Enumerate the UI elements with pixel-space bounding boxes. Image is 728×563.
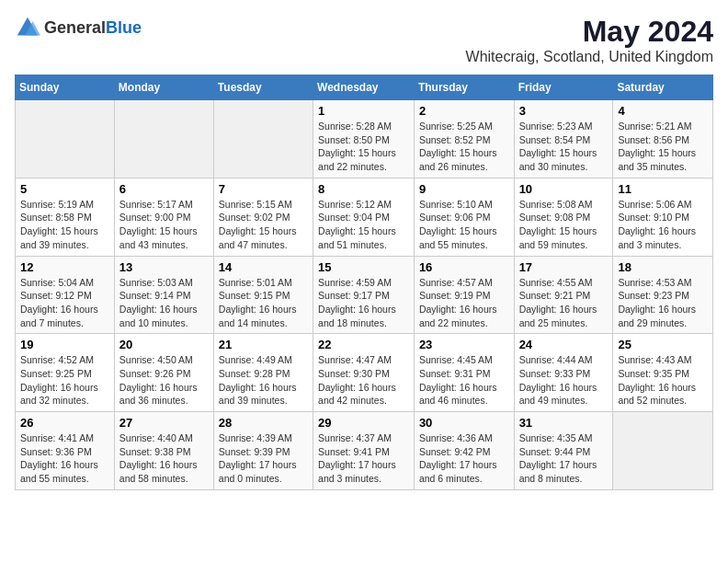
day-info: Sunrise: 4:45 AM Sunset: 9:31 PM Dayligh… <box>419 353 509 408</box>
day-info: Sunrise: 5:25 AM Sunset: 8:52 PM Dayligh… <box>419 120 509 174</box>
day-number: 23 <box>419 338 509 351</box>
day-info: Sunrise: 4:43 AM Sunset: 9:35 PM Dayligh… <box>618 353 708 408</box>
day-number: 30 <box>419 416 509 430</box>
calendar-day-cell: 26Sunrise: 4:41 AM Sunset: 9:36 PM Dayli… <box>16 412 115 490</box>
calendar-week-row: 5Sunrise: 5:19 AM Sunset: 8:58 PM Daylig… <box>16 178 713 256</box>
calendar-week-row: 19Sunrise: 4:52 AM Sunset: 9:25 PM Dayli… <box>16 334 713 412</box>
calendar-day-cell: 21Sunrise: 4:49 AM Sunset: 9:28 PM Dayli… <box>213 334 313 412</box>
day-number: 18 <box>618 260 708 274</box>
day-info: Sunrise: 4:35 AM Sunset: 9:44 PM Dayligh… <box>519 431 609 486</box>
calendar-day-cell: 8Sunrise: 5:12 AM Sunset: 9:04 PM Daylig… <box>313 178 415 256</box>
day-number: 24 <box>519 338 609 351</box>
month-title: May 2024 <box>466 15 713 49</box>
day-number: 6 <box>119 182 209 196</box>
day-info: Sunrise: 4:50 AM Sunset: 9:26 PM Dayligh… <box>119 353 209 408</box>
calendar-day-cell: 7Sunrise: 5:15 AM Sunset: 9:02 PM Daylig… <box>213 178 313 256</box>
day-number: 21 <box>219 338 308 351</box>
weekday-header-cell: Monday <box>114 75 213 100</box>
day-info: Sunrise: 4:37 AM Sunset: 9:41 PM Dayligh… <box>318 431 409 486</box>
day-info: Sunrise: 4:47 AM Sunset: 9:30 PM Dayligh… <box>318 353 409 408</box>
calendar-day-cell: 31Sunrise: 4:35 AM Sunset: 9:44 PM Dayli… <box>514 412 613 490</box>
calendar-day-cell: 13Sunrise: 5:03 AM Sunset: 9:14 PM Dayli… <box>114 256 213 334</box>
logo-text: GeneralBlue <box>44 18 142 38</box>
calendar-day-cell: 15Sunrise: 4:59 AM Sunset: 9:17 PM Dayli… <box>313 256 415 334</box>
day-info: Sunrise: 4:41 AM Sunset: 9:36 PM Dayligh… <box>20 431 109 486</box>
day-number: 9 <box>419 182 509 196</box>
day-number: 29 <box>318 416 409 430</box>
calendar-day-cell: 1Sunrise: 5:28 AM Sunset: 8:50 PM Daylig… <box>313 100 415 178</box>
day-number: 22 <box>318 338 409 351</box>
day-number: 8 <box>318 182 409 196</box>
calendar-day-cell <box>16 100 115 178</box>
calendar-day-cell: 14Sunrise: 5:01 AM Sunset: 9:15 PM Dayli… <box>213 256 313 334</box>
calendar-week-row: 1Sunrise: 5:28 AM Sunset: 8:50 PM Daylig… <box>16 100 713 178</box>
calendar-day-cell: 30Sunrise: 4:36 AM Sunset: 9:42 PM Dayli… <box>414 412 514 490</box>
day-info: Sunrise: 5:28 AM Sunset: 8:50 PM Dayligh… <box>318 120 409 174</box>
day-number: 15 <box>318 260 409 274</box>
day-number: 27 <box>119 416 209 430</box>
calendar-day-cell: 16Sunrise: 4:57 AM Sunset: 9:19 PM Dayli… <box>414 256 514 334</box>
calendar-day-cell <box>613 412 713 490</box>
day-number: 7 <box>219 182 308 196</box>
day-number: 10 <box>519 182 609 196</box>
calendar-day-cell: 6Sunrise: 5:17 AM Sunset: 9:00 PM Daylig… <box>114 178 213 256</box>
day-info: Sunrise: 4:39 AM Sunset: 9:39 PM Dayligh… <box>219 431 308 486</box>
calendar-week-row: 12Sunrise: 5:04 AM Sunset: 9:12 PM Dayli… <box>16 256 713 334</box>
day-number: 31 <box>519 416 609 430</box>
day-info: Sunrise: 4:36 AM Sunset: 9:42 PM Dayligh… <box>419 431 509 486</box>
calendar-table: SundayMondayTuesdayWednesdayThursdayFrid… <box>15 75 713 490</box>
calendar-day-cell: 2Sunrise: 5:25 AM Sunset: 8:52 PM Daylig… <box>414 100 514 178</box>
day-info: Sunrise: 4:49 AM Sunset: 9:28 PM Dayligh… <box>219 353 308 408</box>
day-number: 11 <box>618 182 708 196</box>
day-number: 1 <box>318 104 409 118</box>
calendar-day-cell <box>213 100 313 178</box>
day-info: Sunrise: 4:52 AM Sunset: 9:25 PM Dayligh… <box>20 353 109 408</box>
day-info: Sunrise: 4:57 AM Sunset: 9:19 PM Dayligh… <box>419 276 509 330</box>
calendar-day-cell: 25Sunrise: 4:43 AM Sunset: 9:35 PM Dayli… <box>613 334 713 412</box>
calendar-week-row: 26Sunrise: 4:41 AM Sunset: 9:36 PM Dayli… <box>16 412 713 490</box>
day-info: Sunrise: 5:06 AM Sunset: 9:10 PM Dayligh… <box>618 198 708 252</box>
weekday-header-cell: Saturday <box>613 75 713 100</box>
day-info: Sunrise: 5:03 AM Sunset: 9:14 PM Dayligh… <box>119 276 209 330</box>
page-header: GeneralBlue May 2024 Whitecraig, Scotlan… <box>15 15 713 65</box>
day-info: Sunrise: 5:15 AM Sunset: 9:02 PM Dayligh… <box>219 198 308 252</box>
day-number: 4 <box>618 104 708 118</box>
weekday-header-cell: Tuesday <box>213 75 313 100</box>
calendar-day-cell: 20Sunrise: 4:50 AM Sunset: 9:26 PM Dayli… <box>114 334 213 412</box>
day-info: Sunrise: 4:59 AM Sunset: 9:17 PM Dayligh… <box>318 276 409 330</box>
day-info: Sunrise: 5:04 AM Sunset: 9:12 PM Dayligh… <box>20 276 109 330</box>
day-info: Sunrise: 4:40 AM Sunset: 9:38 PM Dayligh… <box>119 431 209 486</box>
calendar-day-cell: 23Sunrise: 4:45 AM Sunset: 9:31 PM Dayli… <box>414 334 514 412</box>
day-info: Sunrise: 4:55 AM Sunset: 9:21 PM Dayligh… <box>519 276 609 330</box>
day-number: 26 <box>20 416 109 430</box>
day-info: Sunrise: 5:10 AM Sunset: 9:06 PM Dayligh… <box>419 198 509 252</box>
calendar-day-cell: 4Sunrise: 5:21 AM Sunset: 8:56 PM Daylig… <box>613 100 713 178</box>
calendar-day-cell: 22Sunrise: 4:47 AM Sunset: 9:30 PM Dayli… <box>313 334 415 412</box>
calendar-day-cell: 3Sunrise: 5:23 AM Sunset: 8:54 PM Daylig… <box>514 100 613 178</box>
day-info: Sunrise: 5:17 AM Sunset: 9:00 PM Dayligh… <box>119 198 209 252</box>
logo-blue: Blue <box>106 18 142 37</box>
logo-icon <box>15 15 40 40</box>
day-number: 19 <box>20 338 109 351</box>
day-info: Sunrise: 4:44 AM Sunset: 9:33 PM Dayligh… <box>519 353 609 408</box>
calendar-day-cell: 11Sunrise: 5:06 AM Sunset: 9:10 PM Dayli… <box>613 178 713 256</box>
title-block: May 2024 Whitecraig, Scotland, United Ki… <box>466 15 713 65</box>
day-number: 13 <box>119 260 209 274</box>
day-number: 16 <box>419 260 509 274</box>
day-number: 25 <box>618 338 708 351</box>
day-number: 17 <box>519 260 609 274</box>
calendar-day-cell: 9Sunrise: 5:10 AM Sunset: 9:06 PM Daylig… <box>414 178 514 256</box>
weekday-header-cell: Friday <box>514 75 613 100</box>
logo: GeneralBlue <box>15 15 142 40</box>
calendar-day-cell: 29Sunrise: 4:37 AM Sunset: 9:41 PM Dayli… <box>313 412 415 490</box>
calendar-day-cell: 27Sunrise: 4:40 AM Sunset: 9:38 PM Dayli… <box>114 412 213 490</box>
day-info: Sunrise: 5:08 AM Sunset: 9:08 PM Dayligh… <box>519 198 609 252</box>
day-number: 20 <box>119 338 209 351</box>
day-number: 12 <box>20 260 109 274</box>
day-number: 3 <box>519 104 609 118</box>
day-info: Sunrise: 5:19 AM Sunset: 8:58 PM Dayligh… <box>20 198 109 252</box>
calendar-day-cell: 10Sunrise: 5:08 AM Sunset: 9:08 PM Dayli… <box>514 178 613 256</box>
day-info: Sunrise: 4:53 AM Sunset: 9:23 PM Dayligh… <box>618 276 708 330</box>
weekday-header-row: SundayMondayTuesdayWednesdayThursdayFrid… <box>16 75 713 100</box>
day-info: Sunrise: 5:21 AM Sunset: 8:56 PM Dayligh… <box>618 120 708 174</box>
